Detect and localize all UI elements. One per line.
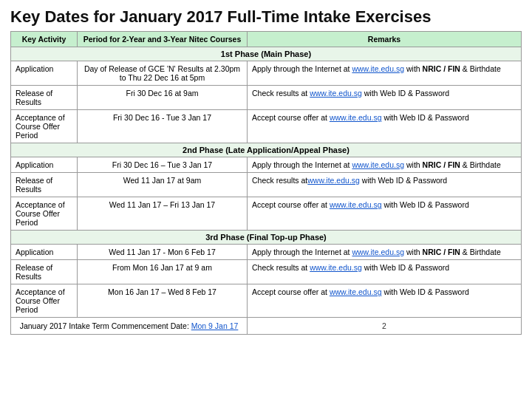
activity-cell: Acceptance of Course Offer Period: [11, 197, 78, 231]
remarks-cell: Apply through the Internet at www.ite.ed…: [248, 157, 522, 173]
activity-cell: Release of Results: [11, 260, 78, 284]
activity-cell: Release of Results: [11, 173, 78, 197]
ite-link[interactable]: www.ite.edu.sg: [307, 176, 360, 185]
table-row: Release of ResultsWed 11 Jan 17 at 9amCh…: [11, 173, 522, 197]
key-dates-table: Key Activity Period for 2-Year and 3-Yea…: [10, 31, 522, 335]
phase-label-3: 3rd Phase (Final Top-up Phase): [11, 231, 522, 245]
phase-header-3: 3rd Phase (Final Top-up Phase): [11, 231, 522, 245]
table-row: Release of ResultsFri 30 Dec 16 at 9amCh…: [11, 86, 522, 110]
ite-link[interactable]: www.ite.edu.sg: [310, 263, 362, 272]
period-cell: Mon 16 Jan 17 – Wed 8 Feb 17: [78, 284, 248, 318]
remarks-cell: Check results at www.ite.edu.sg with Web…: [248, 260, 522, 284]
table-row: ApplicationDay of Release of GCE 'N' Res…: [11, 61, 522, 86]
remarks-cell: Apply through the Internet at www.ite.ed…: [248, 245, 522, 260]
col-header-period: Period for 2-Year and 3-Year Nitec Cours…: [78, 32, 248, 47]
table-row: Acceptance of Course Offer PeriodWed 11 …: [11, 197, 522, 231]
commencement-date-link[interactable]: Mon 9 Jan 17: [191, 321, 239, 330]
ite-link[interactable]: www.ite.edu.sg: [330, 287, 382, 296]
table-row: Release of ResultsFrom Mon 16 Jan 17 at …: [11, 260, 522, 284]
remarks-cell: Apply through the Internet at www.ite.ed…: [248, 61, 522, 86]
activity-cell: Acceptance of Course Offer Period: [11, 284, 78, 318]
page-number: 2: [248, 318, 522, 335]
phase-header-2: 2nd Phase (Late Application/Appeal Phase…: [11, 143, 522, 157]
footer-row: January 2017 Intake Term Commencement Da…: [11, 318, 522, 335]
col-header-activity: Key Activity: [11, 32, 78, 47]
ite-link[interactable]: www.ite.edu.sg: [330, 113, 382, 122]
table-row: ApplicationWed 11 Jan 17 - Mon 6 Feb 17A…: [11, 245, 522, 260]
ite-link[interactable]: www.ite.edu.sg: [352, 160, 404, 169]
period-cell: Fri 30 Dec 16 - Tue 3 Jan 17: [78, 110, 248, 143]
table-row: ApplicationFri 30 Dec 16 – Tue 3 Jan 17A…: [11, 157, 522, 173]
ite-link[interactable]: www.ite.edu.sg: [330, 200, 382, 209]
phase-label-2: 2nd Phase (Late Application/Appeal Phase…: [11, 143, 522, 157]
remarks-cell: Accept course offer at www.ite.edu.sg wi…: [248, 284, 522, 318]
activity-cell: Acceptance of Course Offer Period: [11, 110, 78, 143]
remarks-cell: Accept course offer at www.ite.edu.sg wi…: [248, 197, 522, 231]
remarks-cell: Check results at www.ite.edu.sg with Web…: [248, 86, 522, 110]
period-cell: From Mon 16 Jan 17 at 9 am: [78, 260, 248, 284]
phase-label-1: 1st Phase (Main Phase): [11, 47, 522, 61]
col-header-remarks: Remarks: [248, 32, 522, 47]
table-row: Acceptance of Course Offer PeriodFri 30 …: [11, 110, 522, 143]
remarks-cell: Accept course offer at www.ite.edu.sg wi…: [248, 110, 522, 143]
table-row: Acceptance of Course Offer PeriodMon 16 …: [11, 284, 522, 318]
ite-link[interactable]: www.ite.edu.sg: [310, 89, 362, 98]
period-cell: Wed 11 Jan 17 - Mon 6 Feb 17: [78, 245, 248, 260]
phase-header-1: 1st Phase (Main Phase): [11, 47, 522, 61]
period-cell: Wed 11 Jan 17 – Fri 13 Jan 17: [78, 197, 248, 231]
activity-cell: Application: [11, 157, 78, 173]
period-cell: Day of Release of GCE 'N' Results at 2.3…: [78, 61, 248, 86]
ite-link[interactable]: www.ite.edu.sg: [352, 248, 404, 256]
activity-cell: Application: [11, 245, 78, 260]
period-cell: Fri 30 Dec 16 at 9am: [78, 86, 248, 110]
period-cell: Fri 30 Dec 16 – Tue 3 Jan 17: [78, 157, 248, 173]
footer-text: January 2017 Intake Term Commencement Da…: [11, 318, 248, 335]
activity-cell: Application: [11, 61, 78, 86]
ite-link[interactable]: www.ite.edu.sg: [352, 64, 404, 73]
activity-cell: Release of Results: [11, 86, 78, 110]
period-cell: Wed 11 Jan 17 at 9am: [78, 173, 248, 197]
page-title: Key Dates for January 2017 Full-Time Int…: [10, 7, 522, 27]
remarks-cell: Check results atwww.ite.edu.sg with Web …: [248, 173, 522, 197]
